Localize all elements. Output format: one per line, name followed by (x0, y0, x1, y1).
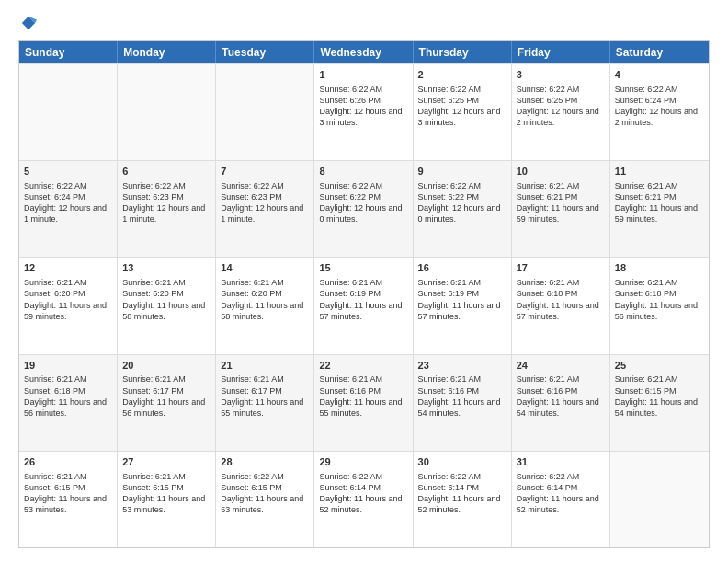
sunrise-text: Sunrise: 6:22 AM (319, 84, 407, 95)
day-number: 11 (615, 165, 704, 178)
calendar: SundayMondayTuesdayWednesdayThursdayFrid… (18, 40, 710, 548)
calendar-cell (19, 64, 118, 160)
sunset-text: Sunset: 6:24 PM (24, 191, 112, 202)
day-number: 26 (24, 455, 112, 469)
daylight-text: Daylight: 12 hours and 1 minute. (122, 202, 210, 224)
calendar-cell: 23Sunrise: 6:21 AMSunset: 6:16 PMDayligh… (414, 355, 512, 451)
day-number: 8 (319, 165, 407, 178)
sunset-text: Sunset: 6:18 PM (615, 288, 704, 299)
sunset-text: Sunset: 6:15 PM (615, 385, 704, 396)
day-number: 13 (122, 261, 210, 275)
day-number: 19 (24, 359, 112, 373)
sunset-text: Sunset: 6:24 PM (615, 95, 704, 106)
day-number: 30 (418, 455, 506, 469)
calendar-cell: 10Sunrise: 6:21 AMSunset: 6:21 PMDayligh… (512, 161, 610, 257)
sunrise-text: Sunrise: 6:22 AM (418, 84, 506, 95)
calendar-cell: 14Sunrise: 6:21 AMSunset: 6:20 PMDayligh… (216, 258, 314, 353)
sunset-text: Sunset: 6:18 PM (24, 385, 112, 396)
sunrise-text: Sunrise: 6:21 AM (615, 373, 704, 385)
sunset-text: Sunset: 6:23 PM (221, 191, 309, 202)
sunset-text: Sunset: 6:19 PM (319, 288, 407, 299)
sunrise-text: Sunrise: 6:22 AM (517, 471, 605, 482)
calendar-header-cell: Thursday (414, 41, 512, 63)
daylight-text: Daylight: 11 hours and 52 minutes. (319, 493, 407, 515)
sunrise-text: Sunrise: 6:21 AM (221, 373, 309, 385)
daylight-text: Daylight: 12 hours and 2 minutes. (615, 106, 704, 128)
day-number: 12 (24, 261, 112, 275)
sunset-text: Sunset: 6:23 PM (122, 191, 210, 202)
day-number: 9 (418, 165, 506, 178)
daylight-text: Daylight: 11 hours and 53 minutes. (221, 493, 309, 515)
sunrise-text: Sunrise: 6:22 AM (221, 180, 309, 191)
calendar-week: 26Sunrise: 6:21 AMSunset: 6:15 PMDayligh… (19, 451, 709, 547)
calendar-header-cell: Monday (118, 41, 216, 63)
sunrise-text: Sunrise: 6:21 AM (221, 277, 309, 288)
sunset-text: Sunset: 6:16 PM (319, 385, 407, 396)
calendar-cell: 15Sunrise: 6:21 AMSunset: 6:19 PMDayligh… (314, 258, 413, 353)
sunrise-text: Sunrise: 6:22 AM (24, 180, 112, 191)
calendar-cell (118, 64, 216, 160)
calendar-body: 1Sunrise: 6:22 AMSunset: 6:26 PMDaylight… (19, 63, 709, 547)
sunset-text: Sunset: 6:20 PM (122, 288, 210, 299)
daylight-text: Daylight: 11 hours and 53 minutes. (24, 493, 112, 515)
sunset-text: Sunset: 6:14 PM (517, 482, 605, 493)
sunset-text: Sunset: 6:19 PM (418, 288, 506, 299)
day-number: 5 (24, 165, 112, 178)
daylight-text: Daylight: 12 hours and 3 minutes. (319, 106, 407, 128)
daylight-text: Daylight: 12 hours and 0 minutes. (319, 202, 407, 224)
daylight-text: Daylight: 11 hours and 58 minutes. (122, 300, 210, 322)
sunrise-text: Sunrise: 6:21 AM (122, 471, 210, 482)
day-number: 23 (418, 359, 506, 373)
sunset-text: Sunset: 6:15 PM (122, 482, 210, 493)
day-number: 31 (517, 455, 605, 469)
calendar-cell: 29Sunrise: 6:22 AMSunset: 6:14 PMDayligh… (314, 452, 413, 547)
logo (18, 15, 37, 31)
calendar-week: 1Sunrise: 6:22 AMSunset: 6:26 PMDaylight… (19, 63, 709, 160)
sunset-text: Sunset: 6:16 PM (517, 385, 605, 396)
daylight-text: Daylight: 11 hours and 59 minutes. (615, 202, 704, 224)
day-number: 18 (615, 261, 704, 275)
sunset-text: Sunset: 6:25 PM (517, 95, 605, 106)
daylight-text: Daylight: 11 hours and 58 minutes. (221, 300, 309, 322)
day-number: 10 (517, 165, 605, 178)
sunrise-text: Sunrise: 6:21 AM (615, 180, 704, 191)
calendar-cell: 13Sunrise: 6:21 AMSunset: 6:20 PMDayligh… (118, 258, 216, 353)
daylight-text: Daylight: 12 hours and 1 minute. (221, 202, 309, 224)
sunset-text: Sunset: 6:22 PM (319, 191, 407, 202)
calendar-header-row: SundayMondayTuesdayWednesdayThursdayFrid… (19, 41, 709, 63)
daylight-text: Daylight: 11 hours and 53 minutes. (122, 493, 210, 515)
sunrise-text: Sunrise: 6:21 AM (517, 373, 605, 385)
day-number: 24 (517, 359, 605, 373)
day-number: 17 (517, 261, 605, 275)
daylight-text: Daylight: 11 hours and 56 minutes. (24, 396, 112, 419)
calendar-cell: 9Sunrise: 6:22 AMSunset: 6:22 PMDaylight… (414, 161, 512, 257)
day-number: 1 (319, 68, 407, 82)
daylight-text: Daylight: 11 hours and 57 minutes. (319, 300, 407, 322)
sunrise-text: Sunrise: 6:21 AM (319, 373, 407, 385)
sunrise-text: Sunrise: 6:21 AM (615, 277, 704, 288)
sunrise-text: Sunrise: 6:22 AM (615, 84, 704, 95)
calendar-header-cell: Sunday (19, 41, 118, 63)
calendar-cell: 30Sunrise: 6:22 AMSunset: 6:14 PMDayligh… (414, 452, 512, 547)
sunrise-text: Sunrise: 6:22 AM (517, 84, 605, 95)
daylight-text: Daylight: 12 hours and 1 minute. (24, 202, 112, 224)
calendar-cell: 26Sunrise: 6:21 AMSunset: 6:15 PMDayligh… (19, 452, 118, 547)
calendar-week: 12Sunrise: 6:21 AMSunset: 6:20 PMDayligh… (19, 257, 709, 353)
daylight-text: Daylight: 11 hours and 52 minutes. (418, 493, 506, 515)
logo-icon (20, 15, 37, 31)
calendar-week: 19Sunrise: 6:21 AMSunset: 6:18 PMDayligh… (19, 354, 709, 451)
header (18, 15, 710, 31)
daylight-text: Daylight: 11 hours and 57 minutes. (418, 300, 506, 322)
sunrise-text: Sunrise: 6:22 AM (319, 180, 407, 191)
calendar-cell: 5Sunrise: 6:22 AMSunset: 6:24 PMDaylight… (19, 161, 118, 257)
calendar-week: 5Sunrise: 6:22 AMSunset: 6:24 PMDaylight… (19, 160, 709, 257)
sunrise-text: Sunrise: 6:22 AM (122, 180, 210, 191)
calendar-cell: 19Sunrise: 6:21 AMSunset: 6:18 PMDayligh… (19, 355, 118, 451)
daylight-text: Daylight: 11 hours and 55 minutes. (221, 396, 309, 419)
day-number: 4 (615, 68, 704, 82)
sunset-text: Sunset: 6:21 PM (517, 191, 605, 202)
daylight-text: Daylight: 11 hours and 59 minutes. (24, 300, 112, 322)
daylight-text: Daylight: 11 hours and 59 minutes. (517, 202, 605, 224)
daylight-text: Daylight: 12 hours and 2 minutes. (517, 106, 605, 128)
calendar-cell: 1Sunrise: 6:22 AMSunset: 6:26 PMDaylight… (314, 64, 413, 160)
